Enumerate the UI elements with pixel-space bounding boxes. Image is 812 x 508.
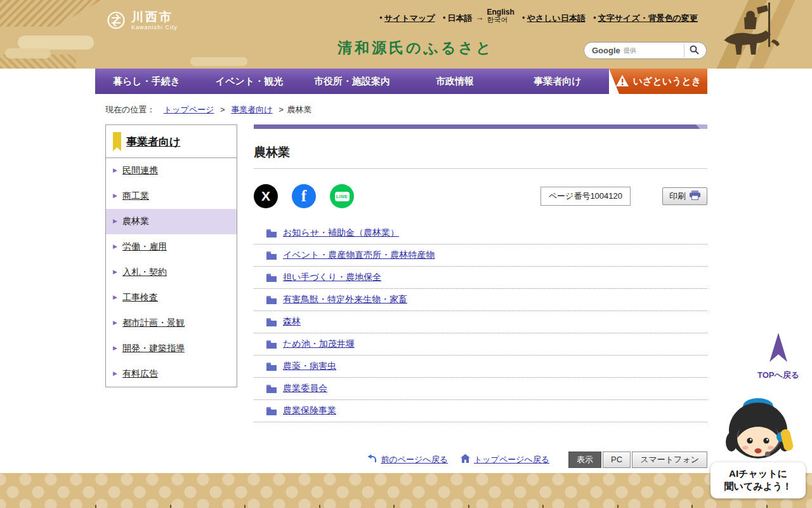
back-arrow-icon	[367, 454, 377, 465]
category-list-item[interactable]: 担い手づくり・農地保全	[254, 267, 707, 289]
language-english-link[interactable]: English	[487, 8, 514, 17]
breadcrumb-prefix: 現在の位置：	[105, 105, 155, 114]
sidebar-item-kaihatsu-kenchiku[interactable]: 開発・建築指導	[106, 336, 237, 361]
view-switcher: 表示 PC スマートフォン	[568, 451, 707, 468]
category-list-item[interactable]: 農薬・病害虫	[254, 356, 707, 378]
share-line-button[interactable]: LINE	[330, 184, 354, 208]
nav-event-kanko[interactable]: イベント・観光	[198, 69, 301, 94]
sidebar-item-label[interactable]: 商工業	[106, 184, 237, 209]
category-list-item[interactable]: 森林	[254, 311, 707, 333]
category-link[interactable]: 農業委員会	[283, 383, 327, 394]
bullet-icon: ●	[522, 13, 525, 23]
view-pc-button[interactable]: PC	[603, 451, 631, 468]
print-button[interactable]: 印刷	[662, 187, 707, 205]
nav-kurashi[interactable]: 暮らし・手続き	[95, 69, 198, 94]
back-to-top-label: TOPへ戻る	[755, 370, 802, 381]
sidebar-item-label[interactable]: 労働・雇用	[106, 234, 237, 260]
category-list-item[interactable]: ため池・加茂井堰	[254, 333, 707, 356]
view-smartphone-button[interactable]: スマートフォン	[632, 451, 707, 468]
top-page-link[interactable]: トップページへ戻る	[474, 454, 549, 465]
main-navigation: 暮らし・手続き イベント・観光 市役所・施設案内 市政情報 事業者向け いざとい…	[95, 69, 707, 94]
line-icon: LINE	[335, 192, 350, 201]
folder-icon	[266, 274, 277, 282]
folder-icon	[266, 296, 277, 304]
sidebar-item-label[interactable]: 開発・建築指導	[106, 336, 237, 361]
nav-bar: 暮らし・手続き イベント・観光 市役所・施設案内 市政情報 事業者向け	[95, 69, 609, 94]
facebook-icon: f	[301, 187, 306, 205]
sidebar-item-minkan-renkei[interactable]: 民間連携	[106, 158, 237, 184]
sidebar-item-shokogyo[interactable]: 商工業	[106, 184, 237, 209]
sidebar-item-nyusatsu-keiyaku[interactable]: 入札・契約	[106, 260, 237, 285]
content-area: 事業者向け 民間連携 商工業 農林業 労働・雇用 入札・契約 工事検査 都市計画…	[105, 124, 707, 468]
x-icon: X	[261, 189, 270, 204]
category-link[interactable]: ため池・加茂井堰	[283, 338, 355, 350]
sidebar-item-yuryo-kokoku[interactable]: 有料広告	[106, 361, 237, 387]
category-link[interactable]: 農薬・病害虫	[283, 361, 336, 372]
sidebar-item-label[interactable]: 農林業	[106, 209, 237, 234]
folder-icon	[266, 318, 277, 326]
nav-emergency-label: いざというとき	[633, 76, 701, 88]
city-logo[interactable]: 川西市 Kawanishi City	[107, 10, 178, 30]
sidebar-item-rodo-koyo[interactable]: 労働・雇用	[106, 234, 237, 260]
sidebar-item-label[interactable]: 都市計画・景観	[106, 311, 237, 336]
category-list-item[interactable]: イベント・農産物直売所・農林特産物	[254, 244, 707, 267]
up-arrow-icon	[769, 354, 787, 365]
breadcrumb-separator: >	[278, 105, 284, 114]
category-list-item[interactable]: 農業委員会	[254, 378, 707, 400]
sidebar-item-label[interactable]: 入札・契約	[106, 260, 237, 285]
category-link[interactable]: 有害鳥獣・特定外来生物・家畜	[283, 294, 407, 305]
previous-page-link[interactable]: 前のページへ戻る	[381, 454, 448, 465]
site-footer	[0, 473, 812, 508]
header-pattern-top-left	[0, 0, 102, 27]
samurai-statue-image	[712, 1, 783, 69]
arrow-right-icon: →	[476, 13, 484, 22]
folder-icon	[266, 340, 277, 349]
category-link[interactable]: 農業保険事業	[283, 405, 336, 417]
share-x-button[interactable]: X	[254, 184, 278, 208]
category-list-item[interactable]: 農業保険事業	[254, 400, 707, 422]
easy-japanese-link[interactable]: やさしい日本語	[527, 13, 586, 24]
breadcrumb-home-link[interactable]: トップページ	[164, 105, 214, 114]
sitemap-link[interactable]: サイトマップ	[384, 13, 435, 24]
category-link[interactable]: 担い手づくり・農地保全	[283, 272, 381, 283]
folder-icon	[266, 229, 277, 237]
home-icon	[461, 454, 470, 465]
sidebar-item-norin-gyo[interactable]: 農林業	[106, 209, 237, 234]
nav-shiyakusho[interactable]: 市役所・施設案内	[301, 69, 403, 94]
warning-icon	[615, 74, 629, 89]
sidebar-item-label[interactable]: 工事検査	[106, 285, 237, 311]
nav-shisei-joho[interactable]: 市政情報	[403, 69, 506, 94]
breadcrumb: 現在の位置： トップページ > 事業者向け > 農林業	[105, 104, 812, 116]
search-button[interactable]	[684, 44, 704, 57]
google-brand-label: Google	[592, 46, 620, 55]
sidebar-title-link[interactable]: 事業者向け	[126, 136, 180, 148]
printer-icon	[690, 190, 700, 202]
nav-jigyosha[interactable]: 事業者向け	[506, 69, 609, 94]
page-title: 農林業	[254, 129, 707, 169]
category-link[interactable]: 森林	[283, 316, 301, 328]
category-list-item[interactable]: 有害鳥獣・特定外来生物・家畜	[254, 289, 707, 311]
page: 川西市 Kawanishi City ● サイトマップ ● 日本語 → Engl…	[0, 0, 812, 508]
sidebar-item-label[interactable]: 有料広告	[106, 361, 237, 387]
language-korean-link[interactable]: 한국어	[487, 17, 514, 24]
bullet-icon: ●	[379, 13, 383, 23]
breadcrumb-section-link[interactable]: 事業者向け	[231, 105, 272, 114]
magnifier-icon	[690, 45, 699, 57]
ai-chat-widget[interactable]: AIチャットに 聞いてみよう！	[710, 390, 806, 498]
category-list-item[interactable]: お知らせ・補助金（農林業）	[254, 222, 707, 244]
sidebar-item-toshi-keikaku[interactable]: 都市計画・景観	[106, 311, 237, 336]
sidebar-item-label[interactable]: 民間連携	[106, 158, 237, 184]
back-to-top[interactable]: TOPへ戻る	[755, 333, 802, 381]
sidebar-item-koji-kensa[interactable]: 工事検査	[106, 285, 237, 311]
search-input[interactable]	[636, 44, 684, 57]
category-link[interactable]: お知らせ・補助金（農林業）	[283, 227, 399, 239]
view-label: 表示	[568, 451, 601, 468]
print-label: 印刷	[669, 190, 686, 202]
nav-emergency[interactable]: いざというとき	[609, 69, 707, 94]
share-facebook-button[interactable]: f	[292, 184, 316, 208]
category-link[interactable]: イベント・農産物直売所・農林特産物	[283, 250, 435, 261]
display-settings-link[interactable]: 文字サイズ・背景色の変更	[598, 13, 698, 24]
search-provided-label: 提供	[624, 46, 636, 55]
folder-icon	[266, 251, 277, 260]
page-footer-nav: 前のページへ戻る トップページへ戻る 表示 PC スマートフォン	[254, 451, 707, 468]
